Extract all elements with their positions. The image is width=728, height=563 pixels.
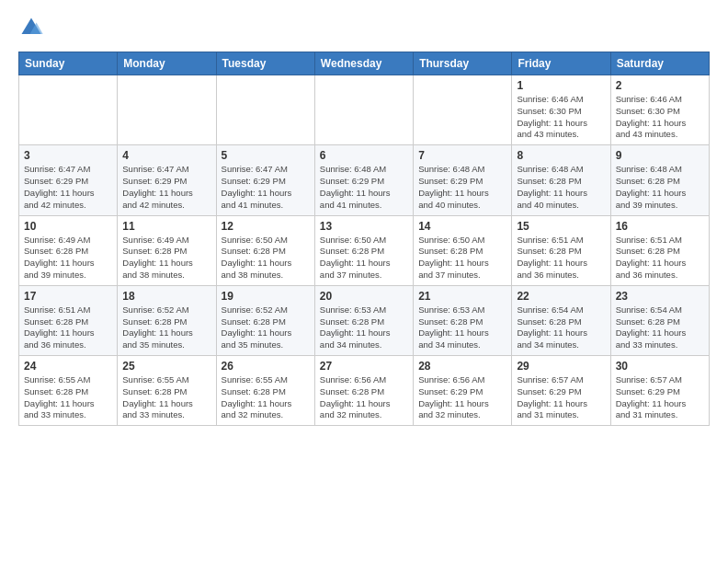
day-info: Sunrise: 6:49 AM Sunset: 6:28 PM Dayligh…: [24, 235, 112, 282]
day-number: 10: [24, 220, 112, 233]
calendar-header-tuesday: Tuesday: [216, 52, 314, 75]
day-number: 28: [418, 360, 506, 373]
calendar-cell: 26Sunrise: 6:55 AM Sunset: 6:28 PM Dayli…: [216, 356, 314, 426]
calendar-cell: 3Sunrise: 6:47 AM Sunset: 6:29 PM Daylig…: [19, 145, 118, 215]
day-info: Sunrise: 6:48 AM Sunset: 6:28 PM Dayligh…: [517, 164, 605, 211]
calendar-cell: 27Sunrise: 6:56 AM Sunset: 6:28 PM Dayli…: [314, 356, 413, 426]
day-info: Sunrise: 6:52 AM Sunset: 6:28 PM Dayligh…: [222, 304, 310, 351]
day-number: 26: [222, 360, 310, 373]
day-info: Sunrise: 6:46 AM Sunset: 6:30 PM Dayligh…: [616, 94, 704, 141]
calendar-cell: 8Sunrise: 6:48 AM Sunset: 6:28 PM Daylig…: [512, 145, 610, 215]
day-number: 30: [616, 360, 704, 373]
day-info: Sunrise: 6:47 AM Sunset: 6:29 PM Dayligh…: [24, 164, 112, 211]
day-number: 7: [418, 149, 506, 162]
calendar-cell: 13Sunrise: 6:50 AM Sunset: 6:28 PM Dayli…: [314, 215, 413, 285]
calendar-week-row: 10Sunrise: 6:49 AM Sunset: 6:28 PM Dayli…: [19, 215, 710, 285]
day-info: Sunrise: 6:55 AM Sunset: 6:28 PM Dayligh…: [122, 374, 210, 421]
calendar-cell: 4Sunrise: 6:47 AM Sunset: 6:29 PM Daylig…: [118, 145, 216, 215]
day-info: Sunrise: 6:53 AM Sunset: 6:28 PM Dayligh…: [418, 304, 506, 351]
day-info: Sunrise: 6:56 AM Sunset: 6:29 PM Dayligh…: [418, 374, 506, 421]
header: [18, 15, 710, 40]
calendar-cell: 16Sunrise: 6:51 AM Sunset: 6:28 PM Dayli…: [610, 215, 709, 285]
day-number: 5: [222, 149, 310, 162]
day-info: Sunrise: 6:54 AM Sunset: 6:28 PM Dayligh…: [616, 304, 704, 351]
day-number: 22: [517, 290, 605, 303]
calendar-cell: [216, 75, 314, 145]
day-number: 11: [122, 220, 210, 233]
day-number: 23: [616, 290, 704, 303]
calendar-cell: 12Sunrise: 6:50 AM Sunset: 6:28 PM Dayli…: [216, 215, 314, 285]
day-info: Sunrise: 6:51 AM Sunset: 6:28 PM Dayligh…: [616, 235, 704, 282]
logo: [18, 15, 48, 40]
calendar-cell: 7Sunrise: 6:48 AM Sunset: 6:29 PM Daylig…: [414, 145, 512, 215]
day-info: Sunrise: 6:50 AM Sunset: 6:28 PM Dayligh…: [222, 235, 310, 282]
calendar-cell: 23Sunrise: 6:54 AM Sunset: 6:28 PM Dayli…: [610, 285, 709, 355]
day-info: Sunrise: 6:53 AM Sunset: 6:28 PM Dayligh…: [320, 304, 408, 351]
calendar-cell: 14Sunrise: 6:50 AM Sunset: 6:28 PM Dayli…: [414, 215, 512, 285]
calendar-cell: 22Sunrise: 6:54 AM Sunset: 6:28 PM Dayli…: [512, 285, 610, 355]
day-info: Sunrise: 6:55 AM Sunset: 6:28 PM Dayligh…: [222, 374, 310, 421]
day-info: Sunrise: 6:51 AM Sunset: 6:28 PM Dayligh…: [24, 304, 112, 351]
day-number: 3: [24, 149, 112, 162]
calendar-cell: 21Sunrise: 6:53 AM Sunset: 6:28 PM Dayli…: [414, 285, 512, 355]
calendar-cell: [118, 75, 216, 145]
day-number: 27: [320, 360, 408, 373]
calendar-week-row: 3Sunrise: 6:47 AM Sunset: 6:29 PM Daylig…: [19, 145, 710, 215]
calendar-cell: 24Sunrise: 6:55 AM Sunset: 6:28 PM Dayli…: [19, 356, 118, 426]
calendar-cell: 17Sunrise: 6:51 AM Sunset: 6:28 PM Dayli…: [19, 285, 118, 355]
day-info: Sunrise: 6:48 AM Sunset: 6:29 PM Dayligh…: [320, 164, 408, 211]
day-number: 4: [122, 149, 210, 162]
day-info: Sunrise: 6:48 AM Sunset: 6:28 PM Dayligh…: [616, 164, 704, 211]
calendar-cell: 15Sunrise: 6:51 AM Sunset: 6:28 PM Dayli…: [512, 215, 610, 285]
calendar-cell: 19Sunrise: 6:52 AM Sunset: 6:28 PM Dayli…: [216, 285, 314, 355]
calendar-cell: 18Sunrise: 6:52 AM Sunset: 6:28 PM Dayli…: [118, 285, 216, 355]
day-info: Sunrise: 6:48 AM Sunset: 6:29 PM Dayligh…: [418, 164, 506, 211]
calendar-cell: 25Sunrise: 6:55 AM Sunset: 6:28 PM Dayli…: [118, 356, 216, 426]
calendar-header-row: SundayMondayTuesdayWednesdayThursdayFrid…: [19, 52, 710, 75]
calendar-cell: 30Sunrise: 6:57 AM Sunset: 6:29 PM Dayli…: [610, 356, 709, 426]
day-info: Sunrise: 6:47 AM Sunset: 6:29 PM Dayligh…: [222, 164, 310, 211]
day-info: Sunrise: 6:46 AM Sunset: 6:30 PM Dayligh…: [517, 94, 605, 141]
day-info: Sunrise: 6:52 AM Sunset: 6:28 PM Dayligh…: [122, 304, 210, 351]
day-number: 25: [122, 360, 210, 373]
calendar-cell: 9Sunrise: 6:48 AM Sunset: 6:28 PM Daylig…: [610, 145, 709, 215]
day-number: 15: [517, 220, 605, 233]
day-number: 9: [616, 149, 704, 162]
calendar-header-sunday: Sunday: [19, 52, 118, 75]
calendar-cell: [314, 75, 413, 145]
day-info: Sunrise: 6:57 AM Sunset: 6:29 PM Dayligh…: [616, 374, 704, 421]
day-number: 1: [517, 79, 605, 92]
day-number: 16: [616, 220, 704, 233]
calendar-cell: 11Sunrise: 6:49 AM Sunset: 6:28 PM Dayli…: [118, 215, 216, 285]
calendar-week-row: 17Sunrise: 6:51 AM Sunset: 6:28 PM Dayli…: [19, 285, 710, 355]
day-number: 2: [616, 79, 704, 92]
calendar-table: SundayMondayTuesdayWednesdayThursdayFrid…: [18, 52, 710, 426]
calendar-cell: 1Sunrise: 6:46 AM Sunset: 6:30 PM Daylig…: [512, 75, 610, 145]
calendar-cell: 20Sunrise: 6:53 AM Sunset: 6:28 PM Dayli…: [314, 285, 413, 355]
calendar-cell: 2Sunrise: 6:46 AM Sunset: 6:30 PM Daylig…: [610, 75, 709, 145]
day-info: Sunrise: 6:50 AM Sunset: 6:28 PM Dayligh…: [320, 235, 408, 282]
day-number: 18: [122, 290, 210, 303]
day-number: 19: [222, 290, 310, 303]
day-number: 29: [517, 360, 605, 373]
calendar-cell: 6Sunrise: 6:48 AM Sunset: 6:29 PM Daylig…: [314, 145, 413, 215]
logo-icon: [18, 15, 44, 40]
day-number: 20: [320, 290, 408, 303]
calendar-cell: 29Sunrise: 6:57 AM Sunset: 6:29 PM Dayli…: [512, 356, 610, 426]
calendar-cell: 28Sunrise: 6:56 AM Sunset: 6:29 PM Dayli…: [414, 356, 512, 426]
day-info: Sunrise: 6:57 AM Sunset: 6:29 PM Dayligh…: [517, 374, 605, 421]
day-info: Sunrise: 6:49 AM Sunset: 6:28 PM Dayligh…: [122, 235, 210, 282]
calendar-header-thursday: Thursday: [414, 52, 512, 75]
calendar-header-monday: Monday: [118, 52, 216, 75]
calendar-header-saturday: Saturday: [610, 52, 709, 75]
day-number: 6: [320, 149, 408, 162]
day-info: Sunrise: 6:47 AM Sunset: 6:29 PM Dayligh…: [122, 164, 210, 211]
calendar-header-wednesday: Wednesday: [314, 52, 413, 75]
day-info: Sunrise: 6:56 AM Sunset: 6:28 PM Dayligh…: [320, 374, 408, 421]
calendar-cell: 5Sunrise: 6:47 AM Sunset: 6:29 PM Daylig…: [216, 145, 314, 215]
calendar-cell: [19, 75, 118, 145]
day-number: 12: [222, 220, 310, 233]
day-number: 17: [24, 290, 112, 303]
day-info: Sunrise: 6:55 AM Sunset: 6:28 PM Dayligh…: [24, 374, 112, 421]
day-info: Sunrise: 6:54 AM Sunset: 6:28 PM Dayligh…: [517, 304, 605, 351]
